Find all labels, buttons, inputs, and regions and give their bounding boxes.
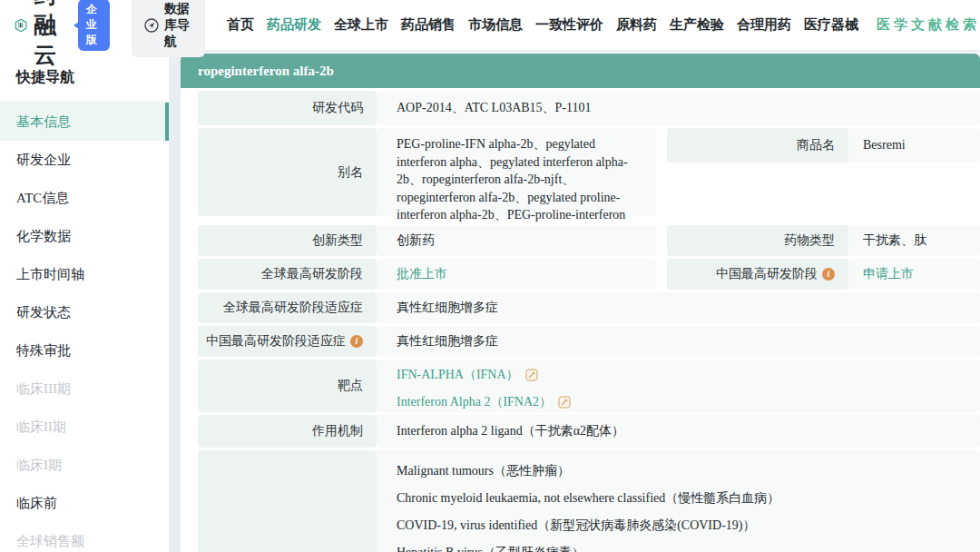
enterprise-badge: 企业版 xyxy=(78,0,110,51)
sidebar-item-rd-companies[interactable]: 研发企业 xyxy=(0,141,169,179)
drug-detail-panel: ropeginterferon alfa-2b 研发代码 AOP-2014、AT… xyxy=(181,53,980,552)
main-nav: 首页 药品研发 全球上市 药品销售 市场信息 一致性评价 原料药 生产检验 合理… xyxy=(227,16,980,34)
china-stage-label: 中国最高研发阶段i xyxy=(667,259,848,290)
nav-item-global-launch[interactable]: 全球上市 xyxy=(334,16,388,34)
hexagon-bars-logo-icon xyxy=(15,11,27,40)
drug-type-value: 干扰素、肽 xyxy=(848,225,980,256)
drug-type-label: 药物类型 xyxy=(667,225,848,256)
indication-item: Hepatitis B virus（乙型肝炎病毒） xyxy=(397,539,980,552)
send-circle-icon xyxy=(144,18,159,33)
sidebar-item-special-approval[interactable]: 特殊审批 xyxy=(0,331,169,370)
page: 药融云 企业版 数据库导航 首页 药品研发 全球上市 药品销售 市场信息 一致性… xyxy=(0,0,980,552)
trade-name-value: Besremi xyxy=(848,128,980,163)
innovation-type-label: 创新类型 xyxy=(198,225,377,256)
sidebar-item-atc-info[interactable]: ATC信息 xyxy=(0,179,169,217)
brand-name: 药融云 xyxy=(34,0,69,70)
nav-item-drug-rd[interactable]: 药品研发 xyxy=(267,16,321,34)
nav-item-rational-use[interactable]: 合理用药 xyxy=(737,16,791,34)
info-icon[interactable]: i xyxy=(822,268,835,281)
sidebar-item-phase2[interactable]: 临床II期 xyxy=(0,408,169,446)
global-indication-value: 真性红细胞增多症 xyxy=(377,292,980,323)
drug-title-bar: ropeginterferon alfa-2b xyxy=(181,54,980,88)
nav-item-consistency-eval[interactable]: 一致性评价 xyxy=(535,16,603,34)
moa-label: 作用机制 xyxy=(198,415,377,448)
target-link-ifna[interactable]: IFN-ALPHA（IFNA） xyxy=(397,367,519,383)
nav-item-production-inspection[interactable]: 生产检验 xyxy=(670,16,724,34)
global-stage-link[interactable]: 批准上市 xyxy=(397,266,447,282)
rd-code-value: AOP-2014、ATC L03AB15、P-1101 xyxy=(377,91,980,125)
global-stage-value: 批准上市 xyxy=(377,259,656,290)
alias-value: PEG-proline-IFN alpha-2b、pegylated inter… xyxy=(377,128,656,216)
china-stage-link[interactable]: 申请上市 xyxy=(863,266,914,282)
sidebar-item-preclinical[interactable]: 临床前 xyxy=(0,484,169,522)
china-indication-label: 中国最高研发阶段适应症i xyxy=(198,326,377,357)
target-link-ifna2[interactable]: Interferon Alpha 2（IFNA2） xyxy=(397,394,552,410)
sidebar-item-basic-info[interactable]: 基本信息 xyxy=(0,103,169,141)
china-indication-value: 真性红细胞增多症 xyxy=(377,326,980,357)
edit-square-icon[interactable] xyxy=(525,369,538,381)
indication-item: COVID-19, virus identified（新型冠状病毒肺炎感染(CO… xyxy=(397,512,980,539)
quick-nav-sidebar: 快捷导航 基本信息 研发企业 ATC信息 化学数据 上市时间轴 研发状态 特殊审… xyxy=(0,50,169,552)
nav-item-api[interactable]: 原料药 xyxy=(616,16,657,34)
info-icon[interactable]: i xyxy=(350,335,363,348)
sidebar-item-rd-status[interactable]: 研发状态 xyxy=(0,293,169,331)
innovation-type-value: 创新药 xyxy=(377,225,656,256)
moa-value: Interferon alpha 2 ligand（干扰素α2配体） xyxy=(377,415,980,448)
edit-square-icon[interactable] xyxy=(558,396,571,409)
alias-label: 别名 xyxy=(198,128,377,216)
database-nav-label: 数据库导航 xyxy=(164,1,192,50)
china-stage-value: 申请上市 xyxy=(848,259,980,290)
indications-label xyxy=(198,450,377,552)
indication-item: Chronic myeloid leukaemia, not elsewhere… xyxy=(397,485,980,512)
sidebar-item-phase3[interactable]: 临床III期 xyxy=(0,370,169,408)
indications-value: Malignant tumours（恶性肿瘤） Chronic myeloid … xyxy=(377,450,980,552)
brand-logo[interactable]: 药融云 企业版 xyxy=(15,0,110,70)
trade-name-label: 商品名 xyxy=(667,128,848,163)
sidebar-item-chemical-data[interactable]: 化学数据 xyxy=(0,217,169,255)
global-stage-label: 全球最高研发阶段 xyxy=(198,259,377,290)
global-indication-label: 全球最高研发阶段适应症 xyxy=(198,292,377,323)
nav-item-literature-search[interactable]: 医学文献检索 xyxy=(877,16,980,34)
top-bar: 药融云 企业版 数据库导航 首页 药品研发 全球上市 药品销售 市场信息 一致性… xyxy=(0,0,980,50)
nav-item-medical-devices[interactable]: 医疗器械 xyxy=(804,16,858,34)
nav-item-drug-sales[interactable]: 药品销售 xyxy=(401,16,456,34)
indication-item: Malignant tumours（恶性肿瘤） xyxy=(397,458,980,485)
targets-value: IFN-ALPHA（IFNA） Interferon Alpha 2（IFNA2… xyxy=(377,360,980,412)
database-nav-button[interactable]: 数据库导航 xyxy=(132,0,205,57)
nav-item-market-info[interactable]: 市场信息 xyxy=(468,16,523,34)
targets-label: 靶点 xyxy=(198,360,377,412)
nav-item-home[interactable]: 首页 xyxy=(227,16,254,34)
sidebar-item-global-sales[interactable]: 全球销售额 xyxy=(0,522,169,552)
sidebar-item-phase1[interactable]: 临床I期 xyxy=(0,446,169,484)
sidebar-item-launch-timeline[interactable]: 上市时间轴 xyxy=(0,255,169,293)
rd-code-label: 研发代码 xyxy=(198,91,377,125)
